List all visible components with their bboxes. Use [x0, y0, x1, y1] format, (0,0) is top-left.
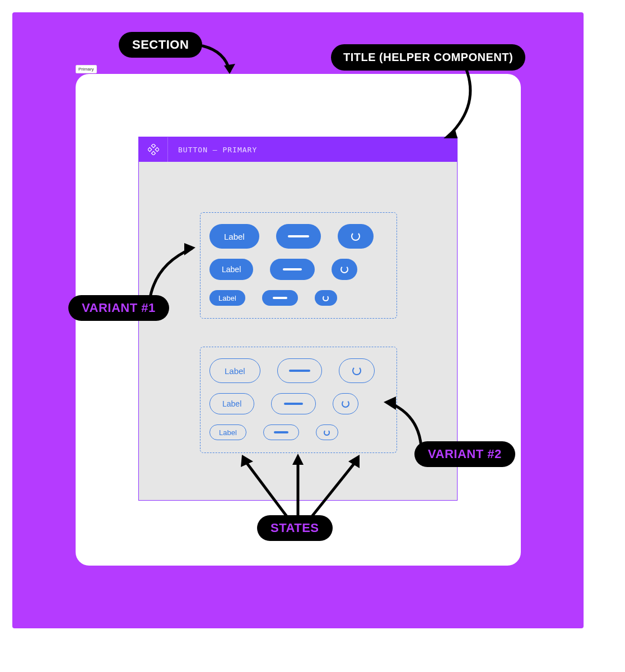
button-outline-lg-loading[interactable] — [339, 358, 375, 383]
button-filled-sm-loading[interactable] — [315, 290, 337, 306]
spinner-icon — [323, 295, 329, 301]
placeholder-bar — [274, 431, 288, 433]
button-label: Label — [218, 294, 236, 302]
arrow-variant2 — [379, 393, 430, 449]
button-outline-sm-loading[interactable] — [316, 424, 338, 440]
button-filled-sm-placeholder[interactable] — [262, 290, 298, 306]
button-label: Label — [222, 265, 241, 274]
svg-rect-0 — [151, 144, 155, 148]
button-filled-lg[interactable]: Label — [209, 224, 259, 249]
variant-2-row-lg: Label — [209, 358, 388, 383]
frame-tag: Primary — [76, 65, 97, 73]
component-icon — [139, 137, 168, 162]
button-filled-lg-loading[interactable] — [338, 224, 374, 249]
variant-1-row-md: Label — [209, 259, 388, 280]
button-outline-md[interactable]: Label — [209, 393, 254, 414]
spinner-icon — [341, 265, 348, 273]
variant-2-row-md: Label — [209, 393, 388, 414]
placeholder-bar — [289, 370, 310, 372]
placeholder-bar — [288, 235, 309, 237]
button-filled-md-placeholder[interactable] — [270, 259, 315, 280]
button-filled-md-loading[interactable] — [332, 259, 357, 280]
button-outline-lg[interactable]: Label — [209, 358, 260, 383]
variant-2-group: Label Label Label — [200, 347, 397, 453]
variant-1-group: Label Label Label — [200, 212, 397, 319]
variant-1-row-lg: Label — [209, 224, 388, 249]
spinner-icon — [351, 232, 360, 241]
arrow-states-3 — [304, 449, 371, 522]
component-title: BUTTON — PRIMARY — [168, 146, 257, 154]
button-label: Label — [225, 366, 245, 376]
placeholder-bar — [273, 297, 287, 299]
button-filled-lg-placeholder[interactable] — [276, 224, 321, 249]
button-label: Label — [222, 399, 241, 408]
button-outline-md-placeholder[interactable] — [271, 393, 316, 414]
button-filled-md[interactable]: Label — [209, 259, 253, 280]
button-label: Label — [219, 428, 237, 437]
button-outline-sm-placeholder[interactable] — [263, 424, 299, 440]
spinner-icon — [324, 430, 330, 436]
placeholder-bar — [284, 403, 303, 405]
title-helper-component: BUTTON — PRIMARY — [139, 137, 457, 162]
button-filled-sm[interactable]: Label — [209, 290, 245, 306]
placeholder-bar — [283, 268, 302, 270]
spinner-icon — [342, 400, 349, 408]
svg-rect-3 — [151, 151, 155, 155]
button-label: Label — [224, 232, 245, 241]
button-outline-lg-placeholder[interactable] — [277, 358, 322, 383]
svg-rect-2 — [155, 147, 159, 151]
figma-canvas: Primary BUTTON — PRIMARY Label Lab — [12, 12, 584, 628]
arrow-variant1 — [138, 236, 200, 304]
button-outline-sm[interactable]: Label — [209, 424, 246, 440]
annotation-section: SECTION — [119, 32, 202, 58]
arrow-title — [427, 66, 483, 144]
variant-1-row-sm: Label — [209, 290, 388, 306]
button-outline-md-loading[interactable] — [333, 393, 358, 414]
svg-rect-1 — [148, 147, 152, 151]
variant-2-row-sm: Label — [209, 424, 388, 440]
spinner-icon — [352, 366, 361, 375]
arrow-section — [197, 40, 242, 80]
